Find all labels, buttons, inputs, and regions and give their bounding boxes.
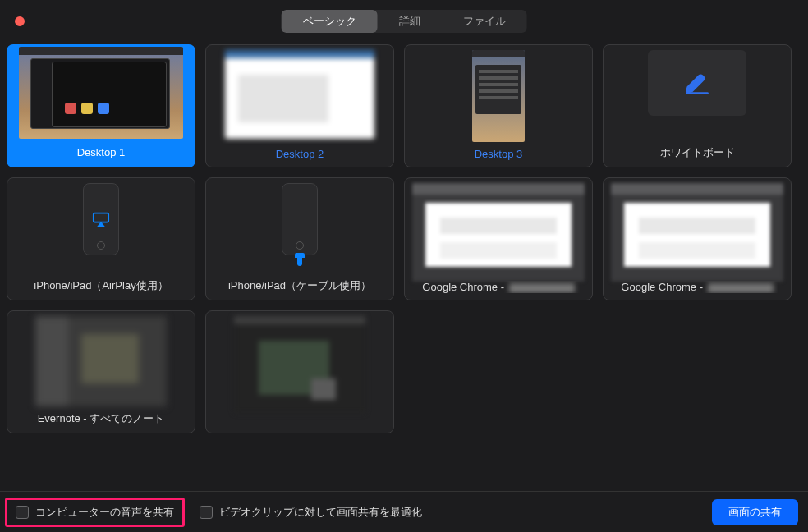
- redacted-text: [708, 283, 774, 293]
- source-desktop-3[interactable]: Desktop 3: [404, 44, 593, 167]
- source-iphone-cable[interactable]: iPhone/iPad（ケーブル使用）: [205, 177, 394, 300]
- share-button[interactable]: 画面の共有: [712, 499, 798, 525]
- titlebar: ベーシック 詳細 ファイル: [0, 0, 808, 36]
- source-whiteboard[interactable]: ホワイトボード: [603, 44, 792, 167]
- tab-files[interactable]: ファイル: [442, 10, 527, 33]
- footer-bar: コンピューターの音声を共有 ビデオクリップに対して画面共有を最適化 画面の共有: [0, 491, 808, 532]
- tab-advanced[interactable]: 詳細: [378, 10, 442, 33]
- source-untitled-window[interactable]: [205, 310, 394, 433]
- source-desktop-1[interactable]: Desktop 1: [7, 44, 195, 167]
- source-label: iPhone/iPad（AirPlay使用）: [29, 278, 172, 293]
- svg-rect-0: [94, 213, 108, 222]
- tab-bar: ベーシック 詳細 ファイル: [282, 10, 527, 33]
- source-label: Google Chrome -: [616, 281, 778, 293]
- source-grid: Desktop 1 Desktop 2 Desktop 3 ホワイトボード iP…: [0, 36, 808, 433]
- redacted-text: [509, 283, 575, 293]
- source-iphone-airplay[interactable]: iPhone/iPad（AirPlay使用）: [7, 177, 195, 300]
- checkbox-optimize-video-clip[interactable]: ビデオクリップに対して画面共有を最適化: [200, 505, 422, 520]
- source-label: Google Chrome -: [417, 281, 579, 293]
- source-label: Desktop 1: [72, 146, 131, 158]
- checkbox-icon: [16, 506, 29, 519]
- source-chrome-window-1[interactable]: Google Chrome -: [404, 177, 593, 300]
- source-label: Desktop 2: [271, 148, 329, 160]
- source-label: iPhone/iPad（ケーブル使用）: [223, 278, 376, 293]
- tab-basic[interactable]: ベーシック: [282, 10, 378, 33]
- source-label: Evernote - すべてのノート: [33, 411, 170, 426]
- airplay-icon: [92, 211, 110, 227]
- source-evernote[interactable]: Evernote - すべてのノート: [7, 310, 195, 433]
- source-label: Desktop 3: [470, 148, 528, 160]
- checkbox-icon: [200, 506, 213, 519]
- checkbox-label: コンピューターの音声を共有: [35, 505, 174, 520]
- source-label: ホワイトボード: [655, 145, 740, 160]
- checkbox-label: ビデオクリップに対して画面共有を最適化: [219, 505, 422, 520]
- pencil-icon: [685, 71, 709, 95]
- checkbox-share-computer-sound[interactable]: コンピューターの音声を共有: [5, 498, 185, 527]
- close-window-button[interactable]: [15, 16, 25, 26]
- source-desktop-2[interactable]: Desktop 2: [205, 44, 394, 167]
- share-screen-dialog: ベーシック 詳細 ファイル Desktop 1 Desktop 2 Deskto…: [0, 0, 808, 532]
- source-chrome-window-2[interactable]: Google Chrome -: [603, 177, 792, 300]
